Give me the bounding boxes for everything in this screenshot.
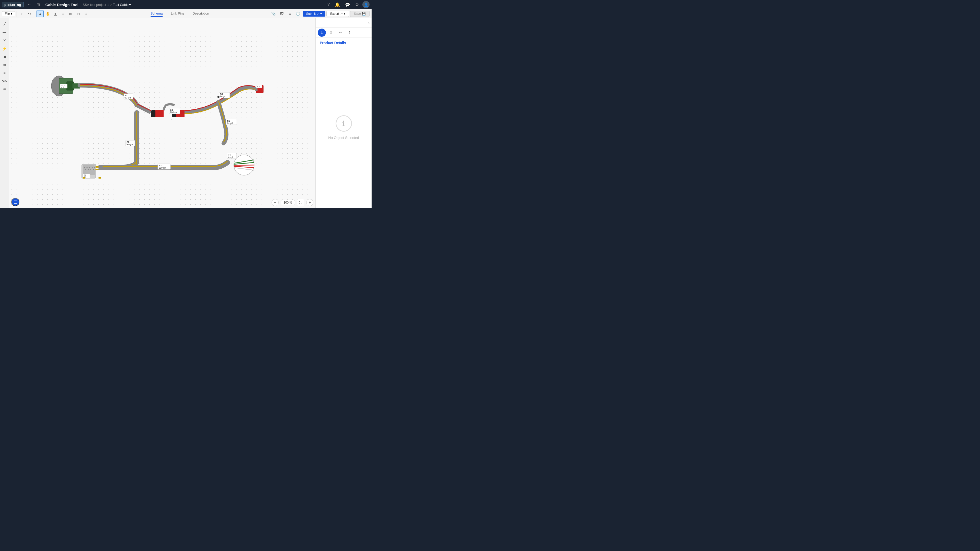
panel-collapse-button[interactable]: › [368, 21, 369, 25]
logo-text: pickering [2, 2, 24, 7]
breadcrumb-sep: > [110, 3, 112, 6]
file-menu-button[interactable]: File ▾ [2, 11, 15, 16]
logo: pickering [2, 2, 24, 7]
connector-c3[interactable]: C3 [255, 85, 263, 93]
main-area: ╱ — ✕ ⚡ ◀ ⊕ ≡ ⋙ ≊ [0, 18, 372, 208]
right-panel: › ℹ ⚙ ✏ ? Product Details ℹ No Object Se… [315, 18, 372, 208]
tool-5-button[interactable]: ⊞ [67, 10, 74, 17]
canvas-controls: − 100 % ⛶ + [272, 199, 313, 206]
segment-s5[interactable]: S5 length [218, 92, 230, 98]
submit-button[interactable]: Submit ✓ ▾ [303, 11, 325, 17]
undo-button[interactable]: ↩ [18, 10, 25, 17]
segment-s1[interactable]: S1 50 cm [124, 94, 133, 99]
tool-3-button[interactable]: ◫ [52, 10, 59, 17]
panel-header: › [316, 18, 372, 27]
fit-view-button[interactable]: ⛶ [297, 199, 304, 206]
segment-s6[interactable]: S6 length [218, 101, 237, 143]
grid-button[interactable]: ⊞ [35, 2, 41, 8]
breadcrumb: SSA test project 1 > Test Cable ▾ [83, 3, 131, 6]
svg-point-18 [93, 169, 94, 170]
svg-point-12 [89, 167, 90, 168]
svg-rect-9 [83, 165, 95, 175]
cable-lower-trunk [110, 111, 137, 169]
svg-point-59 [218, 96, 220, 98]
tab-schema[interactable]: Schema [151, 11, 163, 17]
back-button[interactable]: ← [26, 2, 33, 7]
segment-s4-area[interactable]: S4 100 cm › [151, 108, 185, 121]
help-icon-button[interactable]: ? [326, 2, 331, 7]
svg-text:C3: C3 [257, 85, 260, 88]
svg-point-10 [84, 167, 85, 168]
sb-tool-4[interactable]: ⚡ [1, 45, 8, 52]
svg-point-16 [88, 169, 89, 170]
select-tool-button[interactable]: ▲ [37, 10, 44, 17]
svg-rect-34 [156, 110, 164, 118]
panel-tab-info[interactable]: ℹ [318, 29, 326, 37]
segment-s3[interactable]: S3 length [126, 140, 135, 146]
no-selection-icon: ℹ [336, 115, 352, 132]
save-button[interactable]: Save 💾 [350, 11, 369, 17]
svg-rect-33 [151, 110, 156, 118]
attach-icon-button[interactable]: 📎 [270, 10, 277, 17]
right-toolbar: 📎 🖼 ≡ 🕐 Submit ✓ ▾ Export ↗ ▾ Save 💾 [270, 10, 369, 17]
history-icon-button[interactable]: 🕐 [294, 10, 302, 17]
svg-text:›: › [171, 118, 172, 121]
pan-tool-button[interactable]: ✋ [44, 10, 51, 17]
no-selection-area: ℹ No Object Selected [316, 47, 372, 208]
avatar-button[interactable]: 👤 [363, 1, 369, 8]
tab-description[interactable]: Description [192, 11, 209, 17]
segment-s2[interactable]: S2 200 cm [158, 164, 170, 169]
sb-tool-8[interactable]: ⋙ [1, 78, 8, 85]
svg-text:length: length [227, 122, 234, 124]
svg-point-17 [90, 169, 91, 170]
cable-diagram: *1,2 C1 * [9, 18, 315, 208]
panel-tabs: ℹ ⚙ ✏ ? [316, 27, 372, 38]
zoom-out-button[interactable]: − [272, 199, 279, 206]
svg-point-14 [94, 167, 95, 168]
export-button[interactable]: Export ↗ ▾ [326, 11, 349, 17]
segment-f4[interactable]: F4 length [227, 153, 254, 175]
app-title: Cable Design Tool [45, 3, 79, 7]
sb-tool-9[interactable]: ≊ [1, 86, 8, 93]
tool-4-button[interactable]: ⊕ [59, 10, 67, 17]
svg-text:200 cm: 200 cm [159, 167, 166, 169]
no-selection-text: No Object Selected [328, 136, 359, 140]
svg-point-13 [92, 167, 93, 168]
sb-tool-2[interactable]: — [1, 29, 8, 36]
canvas-area[interactable]: *1,2 C1 * [9, 18, 315, 208]
panel-tab-edit[interactable]: ✏ [336, 29, 344, 37]
panel-tab-settings[interactable]: ⚙ [327, 29, 335, 37]
bell-button[interactable]: 🔔 [333, 2, 342, 8]
panel-tab-help[interactable]: ? [345, 29, 353, 37]
redo-button[interactable]: ↪ [26, 10, 33, 17]
tab-link-pins[interactable]: Link Pins [171, 11, 184, 17]
image-icon-button[interactable]: 🖼 [278, 10, 285, 17]
sb-tool-7[interactable]: ≡ [1, 69, 8, 76]
list-icon-button[interactable]: ≡ [286, 10, 293, 17]
svg-point-11 [86, 167, 88, 168]
sb-tool-6[interactable]: ⊕ [1, 61, 8, 68]
breadcrumb-project[interactable]: SSA test project 1 [83, 3, 109, 6]
view-tabs: Schema Link Pins Description [90, 11, 269, 17]
left-sidebar: ╱ — ✕ ⚡ ◀ ⊕ ≡ ⋙ ≊ [0, 18, 9, 208]
svg-line-50 [234, 165, 254, 165]
svg-text:length: length [127, 143, 133, 146]
gear-button[interactable]: ⚙ [354, 2, 360, 8]
connector-c1[interactable]: *1,2 C1 [51, 76, 80, 96]
svg-text:length: length [220, 95, 226, 98]
panel-title: Product Details [316, 38, 372, 47]
svg-text:50 cm: 50 cm [124, 97, 131, 99]
toolbar-separator-2 [35, 11, 35, 17]
tool-7-button[interactable]: ⊕ [83, 10, 89, 17]
sb-tool-5[interactable]: ◀ [1, 53, 8, 60]
zoom-level-display: 100 % [281, 200, 295, 205]
action-icon-button[interactable]: ☰ [11, 198, 19, 206]
topbar: pickering ← ⊞ Cable Design Tool SSA test… [0, 0, 372, 9]
svg-point-15 [85, 169, 86, 170]
tool-6-button[interactable]: ⊡ [75, 10, 82, 17]
sb-tool-1[interactable]: ╱ [1, 21, 8, 27]
zoom-in-button[interactable]: + [306, 199, 313, 206]
chat-button[interactable]: 💬 [344, 2, 352, 8]
sb-tool-3[interactable]: ✕ [1, 37, 8, 44]
breadcrumb-cable[interactable]: Test Cable ▾ [113, 3, 130, 6]
